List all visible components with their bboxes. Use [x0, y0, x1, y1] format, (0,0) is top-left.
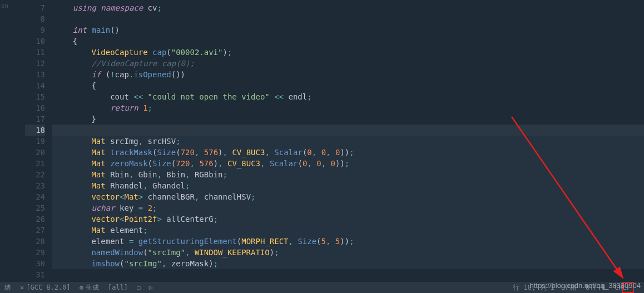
line-number[interactable]: 27 [25, 225, 45, 236]
line-number[interactable]: 25 [25, 202, 45, 213]
left-strip: on [0, 0, 25, 282]
code-line[interactable]: VideoCapture cap("00002.avi"); [52, 47, 644, 58]
line-number[interactable]: 21 [25, 158, 45, 169]
code-line[interactable]: Mat Rbin, Gbin, Bbin, RGBbin; [52, 169, 644, 180]
code-line[interactable]: } [52, 113, 644, 125]
line-number[interactable]: 17 [25, 113, 45, 125]
line-number[interactable]: 28 [25, 236, 45, 247]
code-line[interactable]: Mat zeroMask(Size(720, 576), CV_8UC3, Sc… [52, 158, 644, 169]
code-line[interactable]: Mat element; [52, 225, 644, 236]
gear-icon: ⚙ [80, 284, 83, 291]
line-number[interactable]: 7 [25, 2, 45, 13]
status-compiler[interactable]: ✕ [GCC 8.2.0] [20, 284, 71, 291]
line-number[interactable]: 24 [25, 191, 45, 202]
line-number[interactable]: 9 [25, 24, 45, 36]
line-number[interactable]: 18 [25, 125, 45, 136]
status-target[interactable]: [all] [108, 284, 128, 291]
line-number[interactable]: 12 [25, 58, 45, 69]
line-number[interactable]: 22 [25, 169, 45, 180]
code-line[interactable]: Mat Rhandel, Ghandel; [52, 180, 644, 191]
code-line[interactable]: namedWindow("srcImg", WINDOW_KEEPRATIO); [52, 247, 644, 258]
line-number[interactable]: 30 [25, 258, 45, 269]
line-number[interactable]: 16 [25, 102, 45, 113]
code-line[interactable] [52, 269, 644, 280]
line-number[interactable]: 31 [25, 269, 45, 280]
code-line[interactable]: element = getStructuringElement(MORPH_RE… [52, 236, 644, 247]
code-line[interactable]: return 1; [52, 102, 644, 113]
line-number[interactable]: 10 [25, 36, 45, 47]
status-build[interactable]: ⚙ 生成 [80, 283, 99, 292]
code-line[interactable]: { [52, 80, 644, 91]
line-number[interactable]: 23 [25, 180, 45, 191]
code-line[interactable]: //VideoCapture cap(0); [52, 58, 644, 69]
line-number[interactable]: 20 [25, 147, 45, 158]
code-line[interactable]: Mat trackMask(Size(720, 576), CV_8UC3, S… [52, 147, 644, 158]
code-line[interactable]: vector<Point2f> allCenterG; [52, 213, 644, 225]
watermark: https://blog.csdn.net/qq_38330904 [530, 281, 641, 290]
code-line[interactable]: uchar key = 2; [52, 202, 644, 213]
line-number-gutter[interactable]: 7891011121314151617181920212223242526272… [25, 0, 52, 282]
code-line[interactable]: imshow("srcImg", zeroMask); [52, 258, 644, 269]
code-line[interactable]: using namespace cv; [52, 2, 644, 13]
code-line[interactable]: vector<Mat> channelBGR, channelHSV; [52, 191, 644, 202]
line-number[interactable]: 11 [25, 47, 45, 58]
status-ready: 绪 [4, 283, 11, 292]
code-line[interactable] [52, 125, 644, 136]
line-number[interactable]: 29 [25, 247, 45, 258]
line-number[interactable]: 13 [25, 69, 45, 80]
line-number[interactable]: 26 [25, 213, 45, 225]
hammer-icon: ✕ [20, 284, 24, 291]
code-line[interactable]: int main() [52, 24, 644, 36]
line-number[interactable]: 8 [25, 13, 45, 24]
left-strip-text: on [1, 2, 8, 9]
code-line[interactable] [52, 13, 644, 24]
code-line[interactable]: cout << "could not open the video" << en… [52, 91, 644, 102]
code-editor[interactable]: on 7891011121314151617181920212223242526… [0, 0, 644, 282]
status-extra[interactable]: ☐ ▷ [137, 284, 153, 291]
line-number[interactable]: 14 [25, 80, 45, 91]
code-line[interactable]: Mat srcImg, srcHSV; [52, 136, 644, 147]
code-area[interactable]: using namespace cv; int main() { VideoCa… [52, 0, 644, 282]
code-line[interactable]: if (!cap.isOpened()) [52, 69, 644, 80]
line-number[interactable]: 19 [25, 136, 45, 147]
code-line[interactable]: { [52, 36, 644, 47]
line-number[interactable]: 15 [25, 91, 45, 102]
